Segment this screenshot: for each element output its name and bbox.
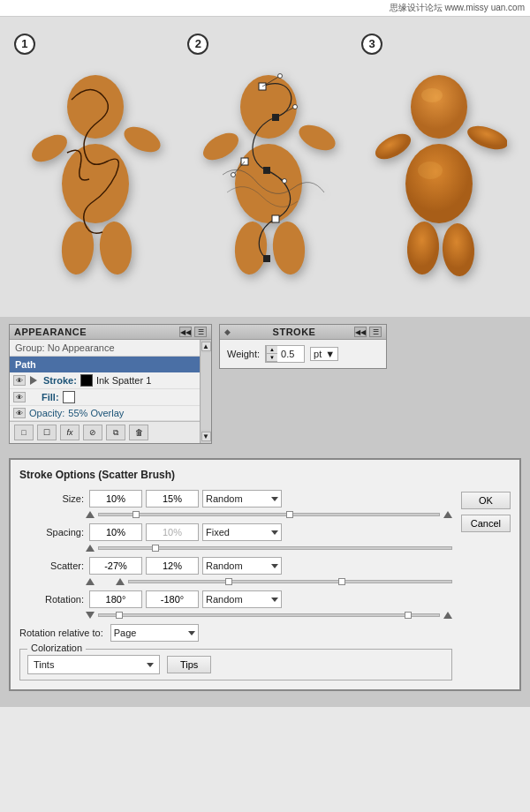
weight-input[interactable]: ▲ ▼ 0.5 (265, 345, 305, 363)
svg-point-20 (278, 73, 283, 78)
stroke-panel-controls[interactable]: ◀◀ ☰ (354, 327, 382, 337)
opacity-text: Opacity: (29, 408, 64, 418)
rotation-relative-value: Page (114, 628, 137, 638)
dialog-title: Stroke Options (Scatter Brush) (19, 469, 511, 481)
svg-point-3 (62, 144, 129, 223)
weight-down-btn[interactable]: ▼ (267, 354, 277, 362)
dialog-action-buttons: OK Cancel (461, 490, 511, 680)
rotation-method-dropdown[interactable]: Random (202, 590, 282, 608)
cancel-button[interactable]: Cancel (461, 515, 511, 532)
rotation-right-indicator (443, 612, 452, 619)
svg-point-12 (271, 220, 307, 275)
colorization-label: Colorization (27, 643, 86, 653)
size-max-input[interactable] (146, 490, 199, 508)
stroke-panel: ◆ STROKE ◀◀ ☰ Weight: ▲ ▼ 0.5 pt ▼ (219, 324, 387, 369)
spacing-method-arrow (271, 530, 278, 535)
new-art-btn[interactable]: □ (14, 425, 34, 440)
stroke-color-swatch[interactable] (80, 374, 93, 387)
stroke-row: 👁 Stroke: Ink Spatter 1 (10, 372, 200, 389)
scatter-method-arrow (271, 564, 278, 568)
stroke-menu-btn[interactable]: ☰ (369, 327, 382, 337)
stroke-visibility-toggle[interactable]: 👁 (13, 375, 26, 386)
scatter-slider[interactable] (128, 580, 452, 583)
ok-button[interactable]: OK (461, 492, 511, 509)
figure-1-number: 1 (14, 34, 35, 55)
scatter-slider-thumb-min[interactable] (225, 578, 232, 585)
scatter-max-input[interactable] (146, 557, 199, 575)
scroll-up-btn[interactable]: ▲ (201, 342, 211, 351)
tints-label: Tints (34, 659, 54, 670)
rotation-relative-row: Rotation relative to: Page (19, 624, 452, 642)
gingerbread-1 (23, 47, 169, 297)
rotation-slider[interactable] (98, 613, 440, 617)
svg-point-4 (59, 220, 95, 275)
size-slider-thumb-max[interactable] (286, 511, 293, 518)
colorization-box: Colorization Tints Tips (19, 649, 452, 680)
stroke-collapse-btn[interactable]: ◀◀ (354, 327, 367, 337)
scatter-label: Scatter: (19, 560, 86, 571)
svg-point-32 (442, 222, 476, 277)
fill-visibility-toggle[interactable]: 👁 (13, 392, 26, 402)
rotation-relative-dropdown[interactable]: Page (110, 624, 199, 642)
fill-label: Fill: (42, 392, 59, 402)
duplicate-btn[interactable]: ⧉ (106, 425, 125, 440)
spacing-min-input[interactable] (89, 523, 142, 541)
spacing-slider-thumb[interactable] (152, 545, 159, 552)
fx-btn[interactable]: fx (60, 425, 80, 440)
clear-btn[interactable]: ☐ (37, 425, 57, 440)
svg-point-2 (120, 121, 164, 156)
svg-point-30 (405, 144, 473, 223)
panel-menu-btn[interactable]: ☰ (194, 327, 207, 337)
figures-area: 1 2 (0, 17, 530, 317)
appearance-panel: APPEARANCE ◀◀ ☰ Group: No Appearance Pat… (9, 324, 212, 444)
appearance-controls[interactable]: ◀◀ ☰ (179, 327, 207, 337)
gingerbread-2 (196, 47, 342, 297)
stroke-value: Ink Spatter 1 (96, 375, 151, 386)
gingerbread-3 (370, 47, 507, 297)
rotation-max-input[interactable] (146, 590, 199, 608)
spacing-slider[interactable] (98, 546, 452, 550)
size-method-dropdown[interactable]: Random (202, 490, 282, 508)
size-slider-thumb-min[interactable] (132, 511, 140, 518)
size-slider[interactable] (98, 513, 440, 516)
stroke-panel-title: STROKE (273, 327, 316, 337)
stroke-label: Stroke: (43, 375, 77, 386)
figure-1-container: 1 (23, 47, 169, 297)
svg-point-22 (293, 104, 298, 109)
svg-rect-18 (263, 255, 270, 262)
opacity-visibility-toggle[interactable]: 👁 (13, 408, 26, 418)
weight-unit-dropdown[interactable]: pt ▼ (310, 347, 338, 361)
svg-point-1 (27, 129, 72, 167)
weight-up-btn[interactable]: ▲ (267, 346, 277, 354)
weight-spinners[interactable]: ▲ ▼ (266, 346, 277, 362)
scroll-down-btn[interactable]: ▼ (201, 432, 211, 441)
rotation-slider-thumb-min[interactable] (116, 612, 123, 619)
tints-dropdown[interactable]: Tints (27, 655, 160, 674)
size-min-input[interactable] (89, 490, 142, 508)
rotation-min-input[interactable] (89, 590, 142, 608)
spacing-method-dropdown[interactable]: Fixed (202, 523, 282, 541)
delete-btn[interactable]: ⊘ (83, 425, 102, 440)
size-method-arrow (271, 497, 278, 501)
appearance-footer: □ ☐ fx ⊘ ⧉ 🗑 (10, 421, 200, 443)
spacing-label: Spacing: (19, 527, 86, 538)
fill-color-swatch[interactable] (63, 391, 75, 403)
figure-2-container: 2 (196, 47, 342, 297)
rotation-relative-label: Rotation relative to: (19, 628, 103, 638)
scatter-method-dropdown[interactable]: Random (202, 557, 282, 575)
banner-text: 思缘设计论坛 www.missy uan.com (390, 3, 525, 12)
spacing-max-input[interactable] (146, 523, 199, 541)
weight-unit-arrow: ▼ (325, 349, 335, 359)
add-btn[interactable]: 🗑 (129, 425, 148, 440)
scatter-min-input[interactable] (89, 557, 142, 575)
panels-row: APPEARANCE ◀◀ ☰ Group: No Appearance Pat… (0, 317, 530, 451)
size-slider-min-indicator (86, 511, 95, 518)
scatter-right-indicator (116, 578, 125, 585)
svg-point-29 (465, 121, 507, 154)
panel-collapse-btn[interactable]: ◀◀ (179, 327, 192, 337)
scatter-slider-thumb-max[interactable] (338, 578, 345, 585)
tips-button[interactable]: Tips (167, 656, 211, 673)
size-slider-max-indicator (443, 511, 452, 518)
rotation-slider-thumb-max[interactable] (405, 612, 412, 619)
top-banner: 思缘设计论坛 www.missy uan.com (0, 0, 530, 17)
